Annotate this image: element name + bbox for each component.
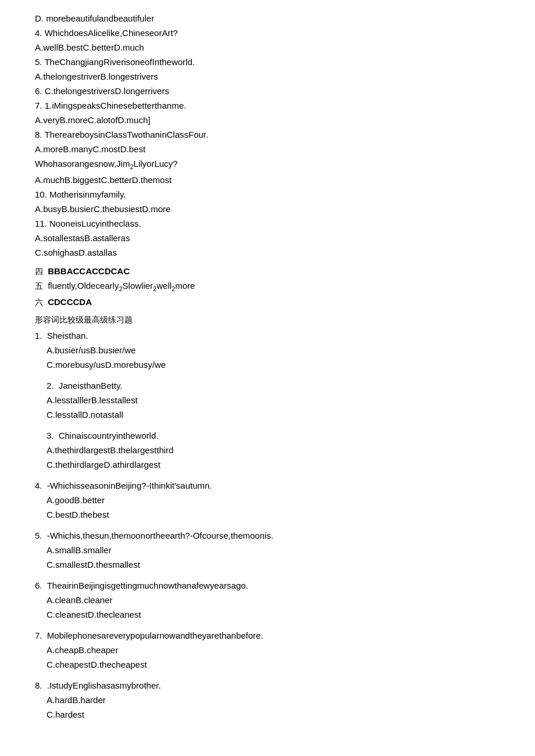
ex1-optB: C.morebusy/usD.morebusy/we	[35, 358, 500, 372]
line-a-well: A.wellB.bestC.betterD.much	[35, 41, 500, 55]
ex6-question: 6. TheairinBeijingisgettingmuchnowthanaf…	[35, 579, 500, 593]
ex8-optB: C.hardest	[35, 708, 500, 722]
line-q11: 11. NooneisLucyintheclass.	[35, 217, 500, 231]
line-q9: Whohasorangesnow,Jim2LilyorLucy?	[35, 157, 500, 173]
line-a-sohigh: C.sohighasD.astallas	[35, 246, 500, 260]
ex6-optB: C.cleanestD.thecleanest	[35, 608, 500, 622]
exercise-2: 2. JaneisthanBetty. A.lesstalllerB.lesst…	[35, 379, 500, 422]
section-six: 六 CDCCCDA	[35, 295, 500, 309]
exercise-3: 3. Chinaiscountryintheworld. A.thethirdl…	[35, 429, 500, 472]
ex1-question: 1. Sheisthan.	[35, 329, 500, 343]
exercise-title: 形容词比较级最高级练习题	[35, 313, 500, 327]
upper-questions: D. morebeautifulandbeautifuler 4. Whichd…	[35, 12, 500, 260]
ex3-optA: A.thethirdlargestB.thelargestthird	[35, 443, 500, 457]
ex2-optB: C.lesstallD.notastall	[35, 408, 500, 422]
ex4-optB: C.bestD.thebest	[35, 508, 500, 522]
line-a-much: A.muchB.biggestC.betterD.themost	[35, 173, 500, 187]
ex3-optB: C.thethirdlargeD.athirdlargest	[35, 458, 500, 472]
ex8-optA: A.hardB.harder	[35, 693, 500, 707]
line-q8: 8. ThereareboysinClassTwothaninClassFour…	[35, 128, 500, 142]
ex7-optA: A.cheapB.cheaper	[35, 643, 500, 657]
line-q5: 5. TheChangjiangRiverisoneofIntheworld.	[35, 55, 500, 69]
line-d-more: D. morebeautifulandbeautifuler	[35, 12, 500, 26]
ex5-question: 5. -Whichis,thesun,themoonortheearth?-Of…	[35, 529, 500, 543]
exercise-6: 6. TheairinBeijingisgettingmuchnowthanaf…	[35, 579, 500, 622]
ex1-optA: A.busier/usB.busier/we	[35, 343, 500, 357]
ex7-optB: C.cheapestD.thecheapest	[35, 658, 500, 672]
exercises-container: 1. Sheisthan. A.busier/usB.busier/we C.m…	[35, 329, 500, 722]
line-q10: 10. Motherisinmyfamily.	[35, 188, 500, 202]
line-a-busy: A.busyB.busierC.thebusiestD.more	[35, 202, 500, 216]
line-a-very: A.veryB.moreC.alotofD.much]	[35, 113, 500, 127]
ex5-optB: C.smallestD.thesmallest	[35, 558, 500, 572]
line-a-sotallest: A.sotallestasB.astalleras	[35, 231, 500, 245]
ex3-question: 3. Chinaiscountryintheworld.	[35, 429, 500, 443]
line-q4: 4. WhichdoesAlicelike,ChineseorArt?	[35, 26, 500, 40]
ex5-optA: A.smallB.smaller	[35, 543, 500, 557]
line-a-longest: A.thelongestriverB.longestrivers	[35, 70, 500, 84]
ex7-question: 7. Mobilephonesareverypopularnowandtheya…	[35, 629, 500, 643]
ex2-optA: A.lesstalllerB.lesstallest	[35, 393, 500, 407]
exercise-1: 1. Sheisthan. A.busier/usB.busier/we C.m…	[35, 329, 500, 372]
exercise-8: 8. .IstudyEnglishasasmybrother. A.hardB.…	[35, 679, 500, 722]
exercise-4: 4. -WhichisseasoninBeijing?-Ithinkit'sau…	[35, 479, 500, 522]
exercise-7: 7. Mobilephonesareverypopularnowandtheya…	[35, 629, 500, 672]
exercise-5: 5. -Whichis,thesun,themoonortheearth?-Of…	[35, 529, 500, 572]
main-content: D. morebeautifulandbeautifuler 4. Whichd…	[35, 12, 500, 722]
ex2-question: 2. JaneisthanBetty.	[35, 379, 500, 393]
ex6-optA: A.cleanB.cleaner	[35, 593, 500, 607]
ex4-optA: A.goodB.better	[35, 493, 500, 507]
section-five: 五 fluently,Oldecearly2Slowlier2well2more	[35, 279, 500, 295]
ex4-question: 4. -WhichisseasoninBeijing?-Ithinkit'sau…	[35, 479, 500, 493]
ex8-question: 8. .IstudyEnglishasasmybrother.	[35, 679, 500, 693]
section-four: 四 BBBACCACCDCAC	[35, 264, 500, 278]
line-a-more: A.moreB.manyC.mostD.best	[35, 142, 500, 156]
line-q7: 7. 1.iMingspeaksChinesebetterthanme.	[35, 99, 500, 113]
line-q6: 6. C.thelongestriversD.longerrivers	[35, 84, 500, 98]
